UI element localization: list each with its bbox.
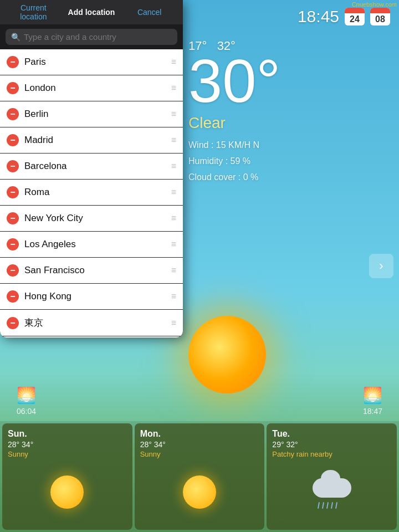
humidity-info: Humidity : 59 %	[188, 154, 388, 170]
city-row[interactable]: − Hong Kong ≡	[0, 284, 183, 310]
forecast-temps-1: 28° 34°	[140, 440, 259, 449]
drag-handle-icon[interactable]: ≡	[171, 135, 176, 145]
city-row[interactable]: − New York City ≡	[0, 206, 183, 232]
city-row[interactable]: − Osaka ≡	[0, 336, 183, 337]
date-num-2: 08	[375, 13, 385, 25]
drag-handle-icon[interactable]: ≡	[171, 318, 176, 328]
drag-handle-icon[interactable]: ≡	[171, 83, 176, 93]
remove-city-button[interactable]: −	[7, 82, 19, 94]
watermark: Cnuebshow.com	[352, 1, 397, 8]
rain-cloud-icon	[310, 478, 354, 506]
sun-times: 🌅 06:04 🌅 18:47	[0, 386, 399, 416]
forecast-desc-2: Patchy rain nearby	[272, 450, 391, 458]
date-badge-top-1	[345, 8, 365, 13]
city-row-name: San Francisco	[24, 265, 166, 276]
city-row[interactable]: − London ≡	[0, 75, 183, 101]
city-row-name: 東京	[24, 316, 166, 329]
weather-details: Wind : 15 KM/H N Humidity : 59 % Cloud c…	[188, 137, 388, 185]
drag-handle-icon[interactable]: ≡	[171, 265, 176, 275]
cloud-body	[313, 478, 351, 498]
time-display: 18:45	[298, 7, 339, 26]
forecast-desc-0: Sunny	[8, 450, 127, 458]
rain-line-4	[331, 502, 333, 508]
forecast-sun-1	[183, 475, 216, 509]
drag-handle-icon[interactable]: ≡	[171, 109, 176, 119]
cancel-button[interactable]: Cancel	[121, 4, 177, 20]
date-badge-top-2	[370, 8, 390, 13]
remove-city-button[interactable]: −	[7, 108, 19, 120]
sun-circle	[188, 316, 266, 393]
add-location-button[interactable]: Add location	[64, 4, 120, 20]
city-row-name: Roma	[24, 187, 166, 198]
remove-city-button[interactable]: −	[7, 290, 19, 303]
city-row[interactable]: − Los Angeles ≡	[0, 232, 183, 258]
drag-handle-icon[interactable]: ≡	[171, 161, 176, 171]
temp-current: 30°	[188, 50, 388, 111]
remove-city-button[interactable]: −	[7, 160, 19, 172]
drag-handle-icon[interactable]: ≡	[171, 291, 176, 301]
city-row[interactable]: − Roma ≡	[0, 180, 183, 206]
wind-info: Wind : 15 KM/H N	[188, 137, 388, 154]
panel-header: Current location Add location Cancel	[0, 0, 183, 24]
location-panel: Current location Add location Cancel 🔍 −…	[0, 0, 183, 337]
drag-handle-icon[interactable]: ≡	[171, 187, 176, 197]
forecast-day-2: Tue.	[272, 429, 391, 439]
city-row[interactable]: − 東京 ≡	[0, 310, 183, 336]
current-location-button[interactable]: Current location	[6, 0, 62, 24]
date-num-1: 24	[350, 13, 360, 25]
forecast-card-1: Mon. 28° 34° Sunny	[135, 423, 265, 530]
remove-city-button[interactable]: −	[7, 317, 19, 329]
drag-handle-icon[interactable]: ≡	[171, 57, 176, 67]
rain-line-5	[335, 502, 337, 508]
city-row-name: Berlin	[24, 109, 166, 120]
remove-city-button[interactable]: −	[7, 134, 19, 146]
city-row[interactable]: − Berlin ≡	[0, 101, 183, 127]
city-row-name: Paris	[24, 57, 166, 68]
city-row-name: Barcelona	[24, 161, 166, 172]
search-input[interactable]	[24, 32, 172, 42]
remove-city-button[interactable]: −	[7, 56, 19, 68]
forecast-icon-area-1	[140, 458, 259, 525]
sun-image	[183, 305, 277, 399]
city-row[interactable]: − Paris ≡	[0, 49, 183, 75]
forecast-temps-2: 29° 32°	[272, 440, 391, 449]
drag-handle-icon[interactable]: ≡	[171, 239, 176, 249]
drag-handle-icon[interactable]: ≡	[171, 213, 176, 223]
city-row-name: Los Angeles	[24, 239, 166, 250]
forecast-temps-0: 28° 34°	[8, 440, 127, 449]
weather-main: 17° 32° 30° Clear Wind : 15 KM/H N Humid…	[188, 39, 388, 185]
city-row-name: London	[24, 83, 166, 94]
city-row[interactable]: − Madrid ≡	[0, 127, 183, 154]
top-right: 18:45 24 08	[298, 7, 390, 26]
search-icon: 🔍	[11, 33, 21, 42]
date-badge-2: 08	[370, 8, 390, 25]
rain-drops	[318, 502, 337, 509]
sunrise-time: 06:04	[17, 407, 36, 416]
forecast-sun-0	[50, 475, 84, 509]
city-list: − Paris ≡ − London ≡ − Berlin ≡ − Madrid…	[0, 49, 183, 337]
date-badge-1: 24	[345, 8, 365, 25]
remove-city-button[interactable]: −	[7, 186, 19, 198]
forecast-day-0: Sun.	[8, 429, 127, 439]
remove-city-button[interactable]: −	[7, 238, 19, 250]
forecast-desc-1: Sunny	[140, 450, 259, 458]
remove-city-button[interactable]: −	[7, 212, 19, 224]
forecast-card-2: Tue. 29° 32° Patchy rain nearby	[267, 423, 397, 530]
forecast-day-1: Mon.	[140, 429, 259, 439]
forecast-icon-area-2	[272, 458, 391, 525]
forecast-card-0: Sun. 28° 34° Sunny	[2, 423, 132, 530]
city-row[interactable]: − San Francisco ≡	[0, 258, 183, 284]
cloud-cover-info: Cloud cover : 0 %	[188, 170, 388, 186]
rain-line-3	[326, 502, 329, 508]
sunset-item: 🌅 18:47	[363, 386, 382, 416]
remove-city-button[interactable]: −	[7, 264, 19, 277]
city-row[interactable]: − Barcelona ≡	[0, 154, 183, 180]
city-row-name: Hong Kong	[24, 291, 166, 302]
sunset-time: 18:47	[363, 407, 382, 416]
forecast-icon-area-0	[8, 458, 127, 525]
city-row-name: Madrid	[24, 135, 166, 146]
next-arrow-button[interactable]: ›	[369, 254, 393, 278]
rain-line-1	[318, 502, 320, 508]
forecast-strip: Sun. 28° 34° Sunny Mon. 28° 34° Sunny Tu…	[0, 421, 399, 532]
sunrise-item: 🌅 06:04	[17, 386, 36, 416]
